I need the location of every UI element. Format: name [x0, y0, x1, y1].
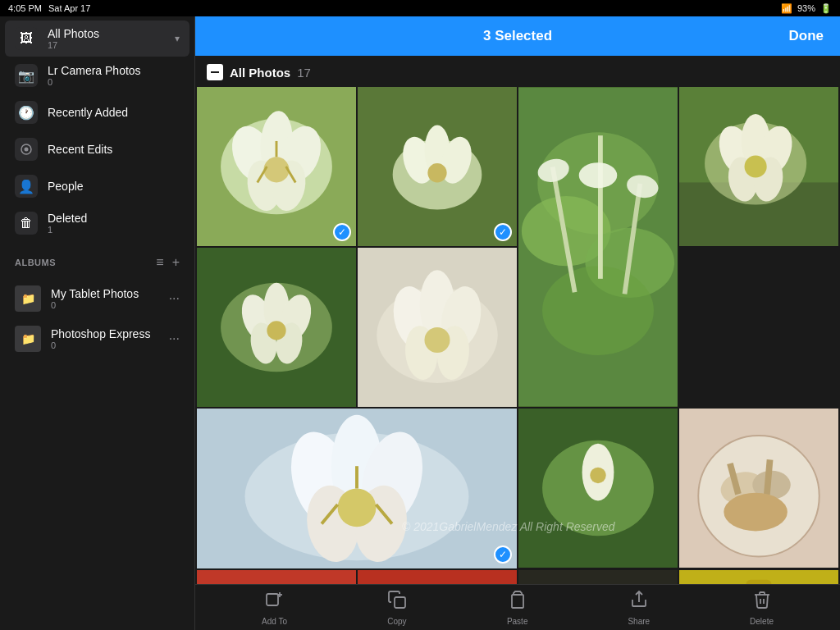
photo-cell-9[interactable] [679, 409, 838, 568]
lr-camera-label: Lr Camera Photos [48, 64, 180, 77]
svg-rect-25 [598, 135, 603, 279]
share-icon [629, 590, 649, 614]
photos-icon: 🖼 [15, 27, 38, 50]
share-button[interactable]: Share [628, 590, 650, 626]
photoshop-express-label: Photoshop Express [51, 327, 159, 340]
clock-icon: 🕐 [15, 101, 38, 124]
albums-title: ALBUMS [15, 258, 56, 267]
copy-label: Copy [387, 617, 406, 626]
sidebar-item-text: Lr Camera Photos 0 [48, 64, 180, 87]
svg-point-54 [424, 327, 450, 353]
star-icon [15, 138, 38, 161]
all-photos-count: 17 [48, 40, 165, 50]
delete-button[interactable]: Delete [750, 590, 774, 626]
battery-text: 93% [797, 3, 815, 13]
copy-button[interactable]: Copy [387, 590, 407, 626]
main-content: All Photos 17 [195, 56, 840, 584]
photo-cell-3[interactable] [518, 87, 678, 407]
paste-button[interactable]: Paste [507, 590, 528, 626]
camera-icon: 📷 [15, 64, 38, 87]
photo-cell-12[interactable]: Original [518, 570, 678, 584]
svg-point-27 [579, 162, 618, 188]
sidebar-item-text: Deleted 1 [48, 212, 180, 235]
status-date: Sat Apr 17 [48, 3, 90, 13]
svg-point-38 [745, 155, 767, 177]
albums-section: 📁 My Tablet Photos 0 ··· 📁 Photoshop Exp… [0, 275, 194, 363]
sidebar-item-text: Photoshop Express 0 [51, 327, 159, 350]
chevron-down-icon: ▾ [175, 33, 180, 44]
select-check-1: ✓ [333, 223, 351, 241]
photo-cell-5[interactable] [197, 248, 356, 407]
album-thumb-my-tablet: 📁 [15, 285, 41, 312]
sidebar-item-recent-edits[interactable]: Recent Edits [5, 131, 189, 167]
recently-added-label: Recently Added [48, 106, 180, 119]
sidebar-item-text: Recent Edits [48, 143, 180, 156]
sidebar-item-text: My Tablet Photos 0 [51, 287, 159, 310]
photos-section-title: All Photos [230, 66, 290, 80]
selection-count: 3 Selected [416, 28, 620, 44]
sidebar-item-text: Recently Added [48, 106, 180, 119]
sidebar-item-my-tablet-photos[interactable]: 📁 My Tablet Photos 0 ··· [5, 279, 189, 318]
svg-rect-137 [512, 595, 523, 608]
battery-icon: 🔋 [820, 3, 832, 14]
select-check-7: ✓ [494, 546, 512, 564]
select-check-2: ✓ [494, 223, 512, 241]
svg-rect-92 [518, 570, 678, 584]
my-tablet-photos-count: 0 [51, 300, 159, 310]
add-album-button[interactable]: + [172, 255, 180, 270]
svg-point-9 [263, 157, 289, 182]
photo-cell-10[interactable] [197, 570, 356, 584]
album-thumb-photoshop: 📁 [15, 326, 41, 352]
person-icon: 👤 [15, 175, 38, 198]
sidebar-item-lr-camera[interactable]: 📷 Lr Camera Photos 0 [5, 57, 189, 94]
svg-point-76 [724, 493, 788, 532]
deleted-count: 1 [48, 225, 180, 235]
svg-point-69 [590, 468, 605, 483]
deleted-label: Deleted [48, 212, 180, 225]
bottom-toolbar: Add To Copy Paste [195, 584, 840, 630]
sidebar-item-all-photos[interactable]: 🖼 All Photos 17 ▾ [5, 21, 189, 57]
add-to-button[interactable]: Add To [262, 590, 287, 626]
status-time: 4:05 PM [8, 3, 42, 13]
people-label: People [48, 180, 180, 193]
deselect-all-button[interactable] [207, 64, 223, 80]
share-label: Share [628, 617, 650, 626]
svg-point-23 [542, 266, 654, 355]
photo-cell-1[interactable]: ✓ [197, 87, 356, 246]
delete-icon [752, 590, 772, 614]
add-to-icon [264, 590, 284, 614]
lr-camera-count: 0 [48, 77, 180, 87]
photo-cell-2[interactable]: ✓ [358, 87, 517, 246]
photo-cell-6[interactable] [358, 248, 517, 407]
done-button[interactable]: Done [619, 28, 824, 44]
trash-icon: 🗑 [15, 212, 38, 235]
photoshop-express-count: 0 [51, 340, 159, 350]
sidebar-item-deleted[interactable]: 🗑 Deleted 1 [5, 205, 189, 241]
sidebar-item-recently-added[interactable]: 🕐 Recently Added [5, 94, 189, 130]
sidebar-item-photoshop-express[interactable]: 📁 Photoshop Express 0 ··· [5, 319, 189, 358]
photo-cell-11[interactable] [358, 570, 517, 584]
svg-rect-133 [267, 594, 278, 605]
photo-cell-13[interactable]: French's YELLOW [679, 570, 838, 584]
photo-cell-8[interactable] [518, 409, 678, 568]
sort-albums-button[interactable]: ≡ [156, 255, 163, 270]
photos-section-count: 17 [297, 66, 311, 80]
more-options-icon[interactable]: ··· [169, 291, 180, 306]
status-bar: 4:05 PM Sat Apr 17 📶 93% 🔋 [0, 0, 840, 16]
sidebar-item-text: All Photos 17 [48, 27, 165, 50]
all-photos-label: All Photos [48, 27, 165, 40]
photo-grid: ✓ ✓ [195, 87, 840, 584]
svg-point-1 [25, 148, 29, 152]
photo-cell-4[interactable] [679, 87, 838, 246]
my-tablet-photos-label: My Tablet Photos [51, 287, 159, 300]
sidebar-item-people[interactable]: 👤 People [5, 168, 189, 204]
sidebar-main-section: 🖼 All Photos 17 ▾ 📷 Lr Camera Photos 0 🕐… [0, 16, 194, 245]
photos-header: All Photos 17 [195, 56, 840, 87]
status-left: 4:05 PM Sat Apr 17 [8, 3, 90, 13]
sidebar: 🖼 All Photos 17 ▾ 📷 Lr Camera Photos 0 🕐… [0, 16, 195, 630]
photo-cell-7[interactable]: ✓ [197, 409, 517, 568]
albums-header: ALBUMS ≡ + [0, 245, 194, 275]
add-to-label: Add To [262, 617, 287, 626]
more-options-icon[interactable]: ··· [169, 331, 180, 346]
copy-icon [387, 590, 407, 614]
